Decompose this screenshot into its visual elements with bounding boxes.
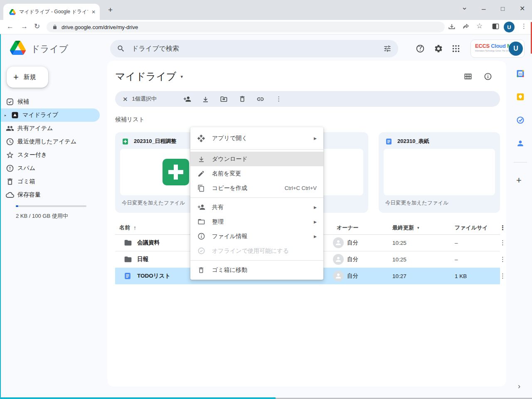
- drive-profile-avatar[interactable]: U: [509, 42, 523, 56]
- owner-avatar: [333, 271, 344, 281]
- folder-icon: [124, 251, 132, 268]
- menu-item-organize[interactable]: 整理 ▶: [190, 214, 323, 229]
- trash-action-icon[interactable]: [237, 94, 247, 104]
- drive-logo[interactable]: [10, 41, 26, 55]
- sidebar-item-recent[interactable]: 最近使用したアイテム: [0, 135, 100, 148]
- drive-favicon: [9, 9, 16, 15]
- sidebar-item-shared[interactable]: 共有アイテム: [0, 122, 100, 135]
- row-name[interactable]: 日報: [137, 251, 148, 268]
- sidebar-item-label: 候補: [17, 98, 29, 106]
- storage-progressbar: [16, 205, 86, 207]
- star-icon: [6, 151, 14, 159]
- sidebar-item-trash[interactable]: ゴミ箱: [0, 175, 100, 188]
- downloads-icon[interactable]: [448, 23, 456, 30]
- contacts-icon[interactable]: [516, 139, 525, 148]
- row-options-icon[interactable]: ⋮: [500, 268, 506, 284]
- download-icon: [197, 155, 205, 163]
- new-tab-button[interactable]: +: [108, 6, 113, 14]
- tab-close-icon[interactable]: ✕: [91, 10, 96, 15]
- row-owner: 自分: [333, 268, 358, 284]
- menu-item-open-with[interactable]: アプリで開く ▶: [190, 130, 323, 147]
- share-icon: [197, 203, 205, 212]
- row-name[interactable]: TODOリスト: [137, 268, 170, 284]
- keep-icon[interactable]: [516, 93, 525, 101]
- expander-icon[interactable]: ▸: [0, 113, 11, 117]
- browser-tabstrip: マイドライブ - Google ドライブ ✕ + ⌄ – □ ✕: [0, 0, 532, 20]
- grid-view-toggle-icon[interactable]: [464, 72, 472, 81]
- reload-button[interactable]: ↻: [34, 23, 40, 30]
- menu-item-download[interactable]: ダウンロード: [190, 152, 323, 166]
- window-close-button[interactable]: ✕: [520, 5, 525, 12]
- search-options-icon[interactable]: [383, 44, 392, 53]
- window-maximize-button[interactable]: □: [501, 5, 505, 12]
- lock-icon: [52, 25, 57, 30]
- column-owner[interactable]: オーナー: [337, 221, 359, 234]
- column-options-icon[interactable]: ⋮: [500, 221, 506, 234]
- link-icon[interactable]: [256, 94, 266, 104]
- sidebar-item-suggestions[interactable]: 候補: [0, 95, 100, 108]
- calendar-icon[interactable]: 31: [516, 69, 525, 78]
- settings-gear-icon[interactable]: [434, 44, 443, 53]
- shortcut-label: Ctrl+C Ctrl+V: [285, 185, 317, 191]
- column-name[interactable]: 名前 ↑: [119, 221, 136, 234]
- column-size[interactable]: ファイルサイ: [455, 221, 488, 234]
- sidebar-item-label: スター付き: [17, 151, 47, 159]
- file-card-doc[interactable]: 202310_表紙 今日変更を加えたファイル: [379, 132, 500, 213]
- search-bar[interactable]: [110, 40, 398, 57]
- window-minimize-button[interactable]: –: [482, 5, 485, 12]
- search-input[interactable]: [131, 44, 377, 53]
- app-name[interactable]: ドライブ: [31, 43, 68, 55]
- add-panel-app-icon[interactable]: +: [516, 176, 522, 185]
- share-icon[interactable]: [182, 94, 192, 104]
- page-title[interactable]: マイドライブ: [115, 70, 176, 83]
- suggestions-icon: [6, 98, 14, 106]
- move-to-folder-icon[interactable]: [219, 94, 229, 104]
- new-button[interactable]: + 新規: [7, 66, 48, 88]
- menu-item-move-to-trash[interactable]: ゴミ箱に移動: [190, 263, 323, 277]
- menu-divider: [190, 149, 323, 150]
- screen: マイドライブ - Google ドライブ ✕ + ⌄ – □ ✕ ← → ↻ d…: [0, 0, 532, 399]
- menu-item-make-copy[interactable]: コピーを作成 Ctrl+C Ctrl+V: [190, 181, 323, 195]
- tab-search-icon[interactable]: ⌄: [461, 3, 468, 11]
- docs-file-icon: [124, 268, 131, 284]
- clear-selection-icon[interactable]: ✕: [123, 96, 128, 102]
- row-options-icon[interactable]: ⋮: [500, 234, 506, 251]
- owner-avatar: [333, 237, 344, 248]
- new-button-label: 新規: [24, 73, 36, 81]
- forward-button[interactable]: →: [21, 23, 28, 30]
- row-options-icon[interactable]: ⋮: [500, 251, 506, 268]
- share-page-icon[interactable]: [462, 23, 470, 30]
- info-icon: [197, 232, 205, 241]
- offline-pin-icon: [197, 247, 205, 255]
- download-icon[interactable]: [201, 94, 211, 104]
- file-card-name: 202310_表紙: [397, 138, 429, 145]
- browser-tab[interactable]: マイドライブ - Google ドライブ ✕: [3, 4, 100, 20]
- menu-item-share[interactable]: 共有 ▶: [190, 200, 323, 214]
- help-icon[interactable]: [416, 44, 425, 53]
- sidebar-item-starred[interactable]: スター付き: [0, 148, 100, 162]
- sidebar-item-storage[interactable]: 保存容量: [0, 188, 100, 202]
- title-dropdown-icon[interactable]: ▾: [180, 74, 183, 79]
- row-name[interactable]: 会議資料: [137, 234, 160, 251]
- sort-asc-icon[interactable]: ↑: [133, 224, 136, 231]
- collapse-panel-chevron-icon[interactable]: ›: [518, 382, 520, 390]
- sheets-thumbnail-glyph: [163, 159, 189, 185]
- page-title-row[interactable]: マイドライブ ▾: [115, 70, 183, 83]
- side-panel-icon[interactable]: [492, 23, 499, 30]
- more-actions-icon[interactable]: ⋮: [274, 94, 284, 104]
- menu-item-offline: オフラインで使用可能にする: [190, 244, 323, 258]
- back-button[interactable]: ←: [7, 23, 14, 30]
- search-icon: [117, 44, 125, 53]
- menu-item-file-info[interactable]: ファイル情報 ▶: [190, 229, 323, 244]
- menu-item-rename[interactable]: 名前を変更: [190, 166, 323, 181]
- browser-profile-avatar[interactable]: U: [504, 22, 515, 32]
- address-bar[interactable]: drive.google.com/drive/my-drive: [47, 22, 445, 32]
- bookmark-star-icon[interactable]: ☆: [476, 22, 483, 30]
- sidebar-item-spam[interactable]: スパム: [0, 162, 100, 175]
- browser-menu-icon[interactable]: ⋮: [521, 23, 527, 29]
- details-info-icon[interactable]: [484, 72, 492, 81]
- apps-grid-icon[interactable]: [451, 44, 461, 53]
- tasks-icon[interactable]: [516, 116, 525, 124]
- column-modified[interactable]: 最終更新 ▾: [392, 221, 419, 234]
- sidebar-item-my-drive[interactable]: ▸ マイドライブ: [0, 108, 100, 122]
